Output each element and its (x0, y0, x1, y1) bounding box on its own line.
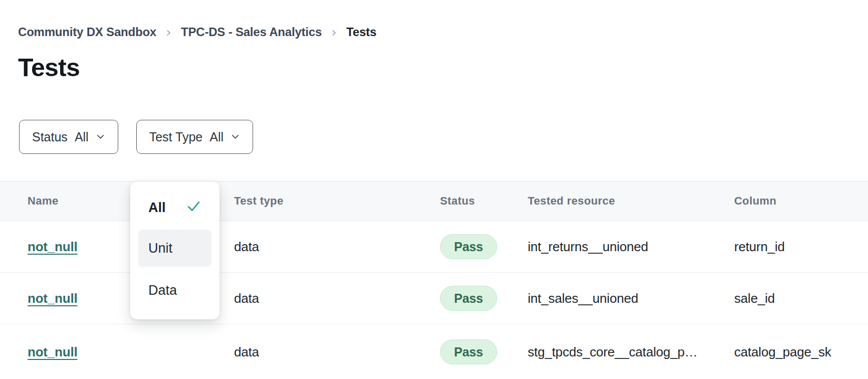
test-name-link[interactable]: not_null (28, 239, 78, 254)
menu-item-label: All (148, 200, 166, 216)
column-cell: return_id (734, 239, 868, 255)
tested-resource-cell: stg_tpcds_core__catalog_p… (528, 344, 734, 360)
check-icon (186, 198, 201, 217)
column-header-tested-resource: Tested resource (528, 195, 734, 208)
test-name-link[interactable]: not_null (28, 291, 78, 306)
chevron-right-icon (165, 28, 172, 38)
breadcrumb-item-workspace[interactable]: Community DX Sandbox (18, 25, 156, 39)
test-type-cell: data (234, 344, 440, 360)
status-badge: Pass (440, 339, 497, 364)
chevron-down-icon (231, 130, 240, 144)
column-cell: catalog_page_sk (734, 344, 868, 360)
breadcrumb-item-current: Tests (346, 25, 376, 39)
tested-resource-cell: int_sales__unioned (528, 291, 734, 306)
test-type-filter-button[interactable]: Test Type All (136, 120, 253, 154)
menu-item-data[interactable]: Data (138, 273, 211, 308)
test-type-cell: data (234, 291, 440, 306)
menu-item-label: Unit (148, 241, 172, 256)
table-row: not_null data Pass stg_tpcds_core__catal… (0, 324, 868, 379)
chevron-right-icon (330, 28, 338, 38)
status-badge: Pass (440, 286, 497, 311)
test-type-menu: All Unit Data (130, 181, 220, 319)
test-type-filter-value: All (209, 130, 224, 144)
status-filter-button[interactable]: Status All (19, 120, 118, 154)
chevron-down-icon (96, 130, 105, 144)
test-type-filter-label: Test Type (149, 130, 203, 144)
column-header-test-type: Test type (234, 195, 440, 208)
tested-resource-cell: int_returns__unioned (528, 239, 734, 255)
test-name-link[interactable]: not_null (28, 344, 78, 359)
status-badge: Pass (440, 234, 497, 259)
menu-item-label: Data (148, 283, 177, 298)
column-header-column: Column (734, 195, 868, 208)
column-header-status: Status (440, 195, 528, 208)
column-cell: sale_id (734, 291, 868, 306)
test-type-cell: data (234, 239, 440, 255)
breadcrumb-item-project[interactable]: TPC-DS - Sales Analytics (181, 25, 322, 39)
filter-bar: Status All Test Type All (19, 120, 868, 154)
status-filter-label: Status (32, 130, 68, 144)
menu-item-unit[interactable]: Unit (138, 230, 211, 267)
page-title: Tests (18, 54, 868, 82)
breadcrumb: Community DX Sandbox TPC-DS - Sales Anal… (0, 0, 868, 39)
menu-item-all[interactable]: All (138, 192, 211, 224)
status-filter-value: All (75, 130, 89, 144)
